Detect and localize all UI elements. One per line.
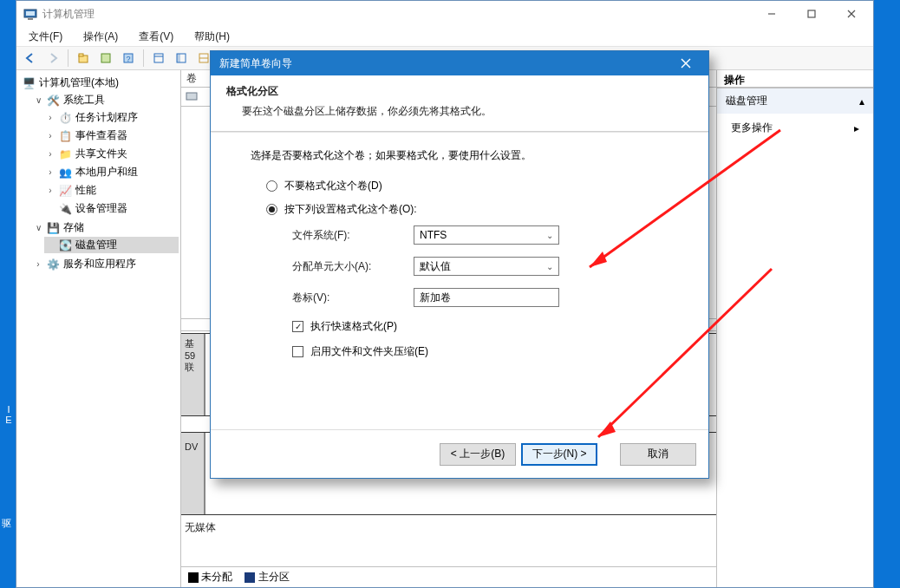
tree-device-manager[interactable]: 🔌设备管理器 [44,200,179,217]
tree-system-tools[interactable]: ∨ 🛠️ 系统工具 [32,92,179,108]
svg-rect-8 [79,54,83,56]
label: 设备管理器 [75,201,127,216]
checkbox-compression[interactable]: 启用文件和文件夹压缩(E) [292,344,682,359]
actions-more[interactable]: 更多操作 ▸ [717,114,873,142]
allocation-unit-value: 默认值 [420,259,451,274]
tree-shared-folders[interactable]: ›📁共享文件夹 [44,146,179,162]
wizard-heading: 格式化分区 [226,84,693,99]
svg-rect-1 [26,11,35,16]
back-button[interactable] [20,49,41,68]
tree-storage[interactable]: ∨ 💾 存储 [32,219,179,236]
expander-icon[interactable]: › [46,186,55,195]
maximize-button[interactable] [792,1,832,27]
perf-icon: 📈 [58,184,72,198]
tree-services[interactable]: ›⚙️服务和应用程序 [32,256,179,272]
actions-disk-management[interactable]: 磁盘管理 ▴ [717,88,873,114]
label: 磁盘管理 [75,238,117,252]
tree-performance[interactable]: ›📈性能 [44,182,179,199]
menu-view[interactable]: 查看(V) [132,28,180,46]
label: 更多操作 [731,121,773,135]
actions-header: 操作 [717,70,873,88]
up-button[interactable] [73,49,94,68]
tree-task-scheduler[interactable]: ›⏱️任务计划程序 [44,109,179,126]
wizard-close-button[interactable] [668,51,703,75]
label: 本地用户和组 [75,165,138,180]
legend-swatch-primary [245,572,255,583]
menu-help[interactable]: 帮助(H) [187,28,237,46]
app-icon [23,7,37,21]
label: 性能 [75,183,96,198]
close-button[interactable] [832,1,871,27]
legend-primary: 主分区 [258,571,290,583]
tree-root[interactable]: 🖥️ 计算机管理(本地) [20,75,179,91]
tree-disk-management[interactable]: 💽磁盘管理 [44,237,179,253]
menu-action[interactable]: 操作(A) [76,28,125,46]
cancel-button[interactable]: 取消 [620,443,696,466]
radio-label: 按下列设置格式化这个卷(O): [284,202,417,217]
label-filesystem: 文件系统(F): [292,228,414,243]
disk-0-label: 基 59 联 [181,334,205,415]
tree-root-label: 计算机管理(本地) [39,75,119,90]
help-button[interactable]: ? [118,49,139,68]
wizard-button-bar: < 上一步(B) 下一步(N) > 取消 [211,429,708,478]
filesystem-select[interactable]: NTFS ⌄ [414,225,559,245]
chevron-down-icon: ⌄ [546,262,553,271]
menu-file[interactable]: 文件(F) [22,28,69,46]
toolbar-icon-2[interactable] [95,49,116,68]
device-icon: 🔌 [58,202,72,216]
menubar: 文件(F) 操作(A) 查看(V) 帮助(H) [16,27,873,46]
volume-icon [185,89,199,103]
radio-format[interactable]: 按下列设置格式化这个卷(O): [266,202,682,217]
minimize-button[interactable] [752,1,792,27]
svg-rect-2 [28,18,33,20]
view-icon-1[interactable] [148,49,169,68]
radio-icon [266,204,277,215]
checkbox-quick-format[interactable]: 执行快速格式化(P) [292,319,682,334]
checkbox-label: 执行快速格式化(P) [310,319,397,334]
expander-icon[interactable]: › [46,131,55,140]
expander-icon[interactable]: › [46,167,55,177]
forward-button[interactable] [42,49,63,68]
new-volume-wizard-dialog: 新建简单卷向导 格式化分区 要在这个磁盘分区上储存数据，你必须先将其格式化。 选… [210,50,709,479]
navigation-tree[interactable]: 🖥️ 计算机管理(本地) ∨ 🛠️ 系统工具 ›⏱️任务计划程序 [16,70,181,587]
right-caret-icon: ▸ [854,122,859,134]
titlebar: 计算机管理 [16,1,873,27]
expander-icon[interactable]: › [46,113,55,122]
filesystem-value: NTFS [420,229,447,241]
expander-icon[interactable]: ∨ [34,223,42,232]
computer-icon: 🖥️ [22,76,36,90]
label-allocation-unit: 分配单元大小(A): [292,259,414,274]
label: 系统工具 [63,93,105,108]
tree-event-viewer[interactable]: ›📋事件查看器 [44,127,179,144]
legend-swatch-unallocated [188,572,199,583]
wizard-subheading: 要在这个磁盘分区上储存数据，你必须先将其格式化。 [226,104,693,119]
folder-icon: 📁 [58,147,72,161]
wrench-icon: 🛠️ [46,94,60,108]
view-icon-2[interactable] [171,49,192,68]
label: 服务和应用程序 [63,257,136,271]
svg-text:?: ? [126,55,130,63]
allocation-unit-select[interactable]: 默认值 ⌄ [414,257,559,276]
back-button[interactable]: < 上一步(B) [440,443,516,466]
window-title: 计算机管理 [42,7,752,22]
label: 共享文件夹 [75,147,127,161]
expander-icon[interactable]: ∨ [34,95,42,105]
disk-1-label: DV [181,433,205,514]
label-volume-label: 卷标(V): [292,291,414,305]
label: 存储 [63,220,84,235]
label: 任务计划程序 [75,110,138,125]
volume-label-input[interactable] [414,288,559,307]
services-icon: ⚙️ [46,258,60,271]
svg-line-5 [848,10,855,17]
users-icon: 👥 [58,166,72,180]
radio-no-format[interactable]: 不要格式化这个卷(D) [266,179,682,193]
legend-bar: 未分配 主分区 [181,566,716,587]
expander-icon[interactable]: › [46,149,55,159]
up-caret-icon: ▴ [859,95,864,108]
tree-local-users[interactable]: ›👥本地用户和组 [44,164,179,180]
expander-icon[interactable]: › [34,259,42,269]
next-button[interactable]: 下一步(N) > [521,443,597,466]
wizard-titlebar: 新建简单卷向导 [211,51,708,75]
no-media-label: 无媒体 [185,520,216,535]
drive-label-fragment: 驱 [2,517,11,530]
